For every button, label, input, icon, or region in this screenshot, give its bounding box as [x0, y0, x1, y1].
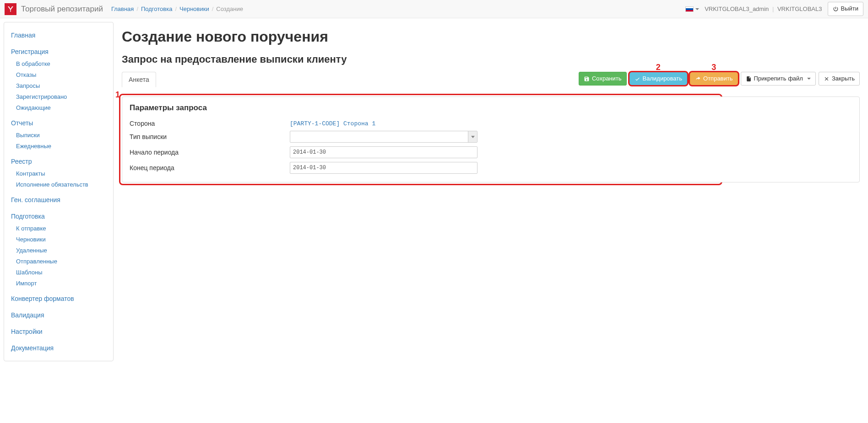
share-icon	[695, 76, 701, 82]
panel-wrap: 1 Параметры запроса Сторона [PARTY-1-COD…	[122, 96, 860, 182]
sidebar-item[interactable]: Отправленные	[16, 258, 57, 265]
sidebar-head[interactable]: Подготовка	[11, 213, 45, 220]
sidebar-item[interactable]: В обработке	[16, 60, 50, 67]
file-icon	[746, 76, 752, 82]
form-row-type: Тип выписки	[130, 129, 852, 145]
input-period-end[interactable]	[290, 162, 477, 174]
action-buttons: Сохранить 2 Валидировать 3 Отправить	[579, 72, 860, 86]
dropdown-toggle[interactable]	[468, 131, 477, 142]
sidebar-item[interactable]: Ожидающие	[16, 104, 51, 111]
check-icon	[635, 76, 640, 82]
link-side-value[interactable]: [PARTY-1-CODE] Сторона 1	[290, 120, 375, 127]
sidebar-head[interactable]: Валидация	[11, 311, 44, 319]
input-period-start[interactable]	[290, 146, 477, 158]
sidebar-item[interactable]: Шаблоны	[16, 269, 43, 276]
breadcrumb-item[interactable]: Главная	[111, 5, 134, 12]
label-type: Тип выписки	[130, 133, 290, 140]
triangle-down-icon	[471, 136, 475, 138]
annotation-1: 1	[115, 90, 120, 100]
attach-file-button[interactable]: Прикрепить файл	[741, 72, 816, 86]
sidebar-head[interactable]: Документация	[11, 344, 54, 352]
page-subtitle: Запрос на предоставление выписки клиенту	[122, 54, 860, 65]
label-period-start: Начало периода	[130, 149, 290, 156]
sidebar-head[interactable]: Ген. соглашения	[11, 196, 60, 203]
sidebar-item[interactable]: Ежедневные	[16, 143, 51, 150]
sidebar-head[interactable]: Отчеты	[11, 119, 33, 127]
app-brand: Торговый репозитарий	[21, 5, 103, 14]
user-admin-label: VRKITGLOBAL3_admin	[705, 5, 769, 12]
flag-ru-icon	[685, 6, 694, 12]
panel-title: Параметры запроса	[130, 103, 852, 112]
sidebar-item[interactable]: Удаленные	[16, 247, 47, 254]
sidebar-item[interactable]: Импорт	[16, 280, 37, 287]
sidebar-head[interactable]: Главная	[11, 32, 35, 39]
main-content: Создание нового поручения Запрос на пред…	[117, 22, 864, 185]
breadcrumb: Главная / Подготовка / Черновики / Созда…	[111, 5, 243, 12]
sidebar-head[interactable]: Конвертер форматов	[11, 295, 74, 302]
power-icon	[833, 6, 839, 12]
caret-down-icon	[695, 8, 699, 10]
breadcrumb-item[interactable]: Подготовка	[141, 5, 172, 12]
label-side: Сторона	[130, 120, 290, 127]
sidebar-item[interactable]: Отказы	[16, 71, 36, 78]
form-row-period-end: Конец периода	[130, 160, 852, 176]
send-button[interactable]: Отправить	[690, 72, 738, 86]
select-extract-type[interactable]	[290, 131, 477, 143]
toolbar-row: Анкета Сохранить 2 Валидировать 3	[122, 72, 860, 87]
sidebar-item[interactable]: Выписки	[16, 132, 40, 139]
request-params-panel: Параметры запроса Сторона [PARTY-1-CODE]…	[122, 96, 860, 182]
sidebar-item[interactable]: К отправке	[16, 225, 46, 232]
page-title: Создание нового поручения	[122, 28, 860, 45]
sidebar-item[interactable]: Зарегистрировано	[16, 93, 67, 100]
label-period-end: Конец периода	[130, 164, 290, 171]
validate-button[interactable]: Валидировать	[629, 72, 688, 86]
sidebar-head[interactable]: Реестр	[11, 158, 32, 165]
form-row-period-start: Начало периода	[130, 145, 852, 160]
tab-anketa[interactable]: Анкета	[122, 72, 156, 87]
sidebar-item[interactable]: Контракты	[16, 170, 45, 177]
sidebar-head[interactable]: Регистрация	[11, 48, 49, 55]
sidebar-item[interactable]: Исполнение обязательств	[16, 181, 88, 188]
user-info: VRKITGLOBAL3_admin | VRKITGLOBAL3	[705, 5, 822, 12]
breadcrumb-item[interactable]: Черновики	[179, 5, 209, 12]
save-icon	[584, 76, 590, 82]
language-selector[interactable]	[685, 6, 699, 12]
sidebar-head[interactable]: Настройки	[11, 328, 43, 335]
form-row-side: Сторона [PARTY-1-CODE] Сторона 1	[130, 118, 852, 129]
close-icon	[824, 76, 830, 82]
app-logo	[5, 3, 16, 15]
save-button[interactable]: Сохранить	[579, 72, 627, 86]
close-button[interactable]: Закрыть	[819, 72, 860, 86]
navbar: Торговый репозитарий Главная / Подготовк…	[0, 0, 868, 18]
tabs: Анкета	[122, 72, 156, 87]
sidebar-item[interactable]: Запросы	[16, 82, 40, 89]
sidebar: ГлавнаяРегистрацияВ обработкеОтказыЗапро…	[4, 22, 114, 361]
caret-down-icon	[807, 78, 811, 80]
user-org-label: VRKITGLOBAL3	[777, 5, 822, 12]
logout-button[interactable]: Выйти	[828, 2, 864, 16]
sidebar-item[interactable]: Черновики	[16, 236, 46, 243]
breadcrumb-current: Создание	[216, 5, 243, 12]
